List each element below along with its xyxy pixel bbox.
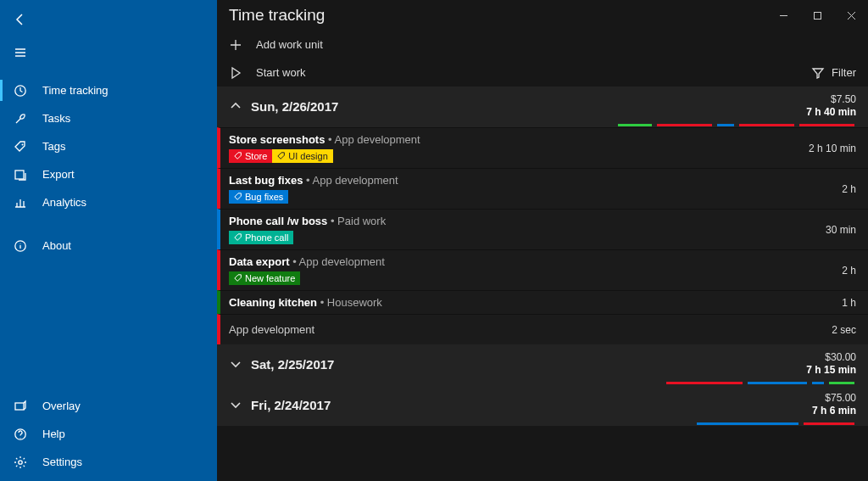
sidebar-item-export[interactable]: Export: [0, 160, 217, 188]
tag-label: Phone call: [245, 232, 288, 243]
entry-duration: 30 min: [817, 224, 856, 236]
tag[interactable]: New feature: [229, 271, 300, 285]
day-price: $75.00: [812, 392, 856, 405]
entry-tags: StoreUI design: [229, 149, 800, 163]
start-work-button[interactable]: Start work Filter: [217, 59, 868, 87]
entry-tags: New feature: [229, 271, 833, 285]
sidebar-item-tasks[interactable]: Tasks: [0, 104, 217, 132]
titlebar: Time tracking: [217, 0, 868, 31]
add-work-unit-button[interactable]: Add work unit: [217, 31, 868, 59]
day-header[interactable]: Sat, 2/25/2017$30.007 h 15 min: [217, 344, 868, 382]
arrow-left-icon: [14, 13, 27, 26]
window-close-button[interactable]: [834, 3, 868, 28]
day-price: $7.50: [806, 93, 856, 106]
window-minimize-button[interactable]: [766, 3, 800, 28]
day-header[interactable]: Sun, 2/26/2017$7.507 h 40 min: [217, 87, 868, 124]
help-icon: [14, 428, 27, 441]
sidebar-item-label: Analytics: [42, 196, 86, 209]
tag[interactable]: UI design: [272, 149, 332, 163]
day-date: Sat, 2/25/2017: [251, 357, 806, 372]
entry-duration: 2 sec: [823, 324, 856, 336]
day-header[interactable]: Fri, 2/24/2017$75.007 h 6 min: [217, 385, 868, 422]
gear-icon: [14, 456, 27, 469]
entry-name: App development: [229, 323, 823, 336]
play-icon: [229, 66, 242, 80]
day-date: Sun, 2/26/2017: [251, 99, 806, 114]
svg-point-6: [19, 460, 22, 463]
work-entry[interactable]: Cleaning kitchen • Housework1 h: [217, 290, 868, 314]
tag[interactable]: Phone call: [229, 231, 293, 244]
sidebar-item-label: Overlay: [42, 400, 81, 412]
toolbar-label: Add work unit: [256, 38, 323, 51]
sidebar-item-label: Help: [42, 428, 65, 440]
entry-tags: Phone call: [229, 231, 817, 244]
entry-name: Data export: [229, 255, 290, 268]
svg-rect-2: [15, 171, 24, 179]
sidebar-item-analytics[interactable]: Analytics: [0, 188, 217, 216]
info-icon: [14, 239, 27, 253]
entry-category: • Housework: [320, 296, 382, 309]
entry-category: • App development: [306, 174, 398, 187]
export-icon: [14, 168, 27, 182]
work-entry[interactable]: Phone call /w boss • Paid workPhone call…: [217, 209, 868, 249]
page-title: Time tracking: [229, 6, 766, 25]
filter-button[interactable]: Filter: [811, 66, 868, 80]
sidebar: Time tracking Tasks Tags Export Analytic…: [0, 0, 217, 481]
sidebar-item-tags[interactable]: Tags: [0, 132, 217, 160]
entry-duration: 2 h 10 min: [800, 143, 856, 154]
entry-name: Store screenshots: [229, 133, 325, 146]
sidebar-item-overlay[interactable]: Overlay: [0, 392, 217, 420]
entries-list[interactable]: Sun, 2/26/2017$7.507 h 40 minStore scree…: [217, 87, 868, 481]
entry-category: • Paid work: [331, 215, 386, 227]
plus-icon: [229, 38, 242, 52]
tag[interactable]: Bug fixes: [229, 190, 288, 204]
sidebar-item-label: Export: [42, 168, 75, 181]
sidebar-item-label: About: [42, 239, 71, 252]
back-button[interactable]: [0, 5, 217, 33]
svg-point-1: [22, 143, 24, 145]
filter-label: Filter: [832, 66, 856, 79]
entry-duration: 2 h: [833, 265, 856, 277]
day-duration: 7 h 15 min: [806, 364, 856, 377]
day-duration: 7 h 40 min: [806, 106, 856, 119]
tag-label: Bug fixes: [245, 192, 283, 202]
tag-icon: [14, 140, 27, 154]
sidebar-item-label: Tags: [42, 140, 65, 153]
sidebar-item-about[interactable]: About: [0, 232, 217, 260]
tag-label: UI design: [288, 151, 327, 161]
sidebar-item-time-tracking[interactable]: Time tracking: [0, 76, 217, 104]
sidebar-item-label: Settings: [42, 456, 82, 468]
entry-name: Cleaning kitchen: [229, 296, 317, 309]
wrench-icon: [14, 112, 27, 126]
chevron-down-icon: [229, 398, 242, 411]
analytics-icon: [14, 196, 27, 210]
menu-icon: [14, 46, 27, 59]
svg-rect-4: [15, 403, 24, 410]
tag[interactable]: Store: [229, 149, 272, 163]
work-entry[interactable]: Last bug fixes • App developmentBug fixe…: [217, 168, 868, 209]
window-maximize-button[interactable]: [800, 3, 834, 28]
entry-tags: Bug fixes: [229, 190, 833, 204]
work-entry[interactable]: Store screenshots • App developmentStore…: [217, 127, 868, 168]
work-entry[interactable]: App development2 sec: [217, 314, 868, 344]
overlay-icon: [14, 400, 27, 413]
clock-icon: [14, 84, 27, 98]
chevron-down-icon: [229, 357, 242, 371]
entry-category: • App development: [292, 255, 385, 268]
sidebar-item-help[interactable]: Help: [0, 420, 217, 448]
sidebar-item-settings[interactable]: Settings: [0, 448, 217, 476]
chevron-up-icon: [229, 99, 242, 113]
entry-name: Last bug fixes: [229, 174, 303, 187]
entry-category: • App development: [328, 133, 420, 146]
tag-label: Store: [245, 151, 267, 161]
day-timeline: [217, 422, 868, 426]
day-date: Fri, 2/24/2017: [251, 398, 812, 412]
entry-name: Phone call /w boss: [229, 215, 327, 227]
entry-duration: 2 h: [833, 183, 856, 195]
hamburger-button[interactable]: [0, 38, 217, 66]
work-entry[interactable]: Data export • App developmentNew feature…: [217, 249, 868, 290]
tag-label: New feature: [245, 273, 295, 283]
day-duration: 7 h 6 min: [812, 405, 856, 417]
toolbar-label: Start work: [256, 66, 306, 79]
svg-rect-7: [814, 12, 821, 19]
